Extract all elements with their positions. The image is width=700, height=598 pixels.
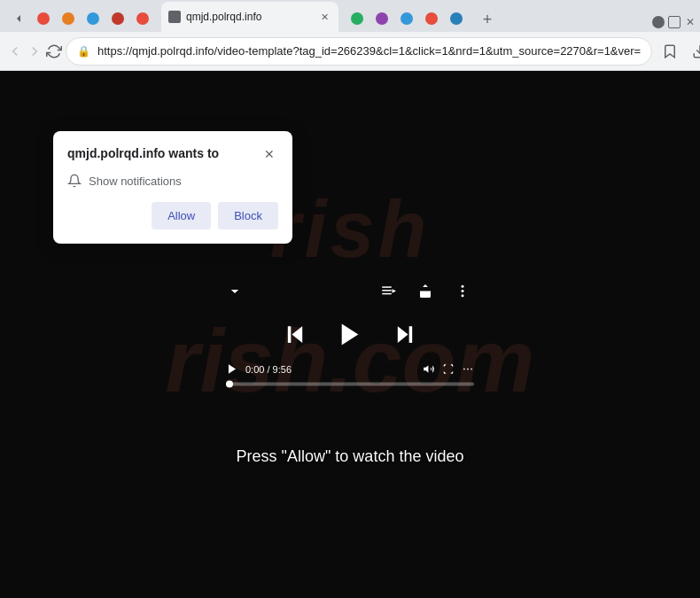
tab-inactive-1[interactable] [7,5,30,32]
svg-point-19 [471,368,472,369]
reload-button[interactable] [46,37,62,66]
svg-rect-15 [409,326,413,343]
notification-popup: qmjd.polrqd.info wants to ✕ Show notific… [53,131,292,244]
tab-bar: qmjd.polrqd.info ✕ + ✕ [0,0,700,32]
svg-rect-12 [288,326,292,343]
watermark-top: rish [269,183,430,275]
bell-icon [67,174,82,188]
tab-inactive-7[interactable] [346,5,369,32]
video-player: 0:00 / 9:56 [226,272,474,385]
tab-inactive-10[interactable] [420,5,443,32]
video-main-controls [226,316,474,352]
svg-point-8 [462,284,464,287]
svg-marker-7 [393,289,397,293]
svg-rect-4 [382,286,392,288]
svg-rect-6 [382,292,392,294]
video-options-button[interactable] [462,362,474,375]
allow-button[interactable]: Allow [152,202,211,229]
popup-option: Show notifications [67,174,278,188]
video-progress-dot [226,380,233,387]
page-content: rish.com rish [0,71,700,598]
svg-marker-11 [292,326,303,343]
toolbar: 🔒 https://qmjd.polrqd.info/video-templat… [0,32,700,71]
video-share-button[interactable] [414,279,437,302]
popup-actions: Allow Block [67,202,278,229]
tab-inactive-2[interactable] [32,5,55,32]
tab-inactive-4[interactable] [82,5,105,32]
popup-header: qmjd.polrqd.info wants to ✕ [67,145,278,163]
close-window-button[interactable]: ✕ [684,16,696,28]
tab-inactive-11[interactable] [445,5,468,32]
tab-title: qmjd.polrqd.info [186,11,312,23]
minimize-button[interactable] [652,16,665,28]
video-next-button[interactable] [389,318,421,350]
video-more-button[interactable] [451,279,474,302]
video-message: Press "Allow" to watch the video [237,447,464,466]
active-tab[interactable]: qmjd.polrqd.info ✕ [161,2,338,32]
forward-button[interactable] [27,37,43,66]
video-playlist-button[interactable] [377,279,400,302]
video-volume-button[interactable] [423,362,435,375]
tab-inactive-5[interactable] [106,5,129,32]
toolbar-right [656,37,700,66]
download-button[interactable] [686,37,700,66]
maximize-button[interactable] [668,16,681,28]
video-prev-button[interactable] [279,318,311,350]
back-button[interactable] [7,37,23,66]
svg-marker-17 [424,365,428,372]
url-text: https://qmjd.polrqd.info/video-template?… [97,44,641,58]
browser-frame: qmjd.polrqd.info ✕ + ✕ [0,0,700,598]
video-time: 0:00 / 9:56 [245,363,292,374]
svg-rect-5 [382,290,392,291]
tab-icon-group [4,5,158,32]
svg-marker-13 [342,323,359,345]
address-bar[interactable]: 🔒 https://qmjd.polrqd.info/video-templat… [66,37,652,66]
svg-point-10 [462,294,464,297]
video-bottom-controls: 0:00 / 9:56 [226,359,474,378]
popup-option-label: Show notifications [89,175,182,188]
video-play-button[interactable] [332,316,368,352]
tab-favicon [168,11,181,23]
svg-point-9 [462,290,464,292]
svg-point-18 [467,368,469,369]
new-tab-button[interactable]: + [475,7,500,32]
video-fullscreen-button[interactable] [442,362,455,375]
lock-icon: 🔒 [77,45,90,58]
tab-close-button[interactable]: ✕ [317,10,331,24]
tab-inactive-3[interactable] [57,5,80,32]
popup-title: qmjd.polrqd.info wants to [67,145,219,161]
block-button[interactable]: Block [218,202,278,229]
popup-close-button[interactable]: ✕ [261,145,278,163]
tab-inactive-6[interactable] [131,5,154,32]
tab-inactive-9[interactable] [395,5,418,32]
tab-inactive-8[interactable] [370,5,393,32]
bookmark-button[interactable] [656,37,684,66]
svg-point-20 [463,368,465,369]
video-collapse-btn[interactable] [226,282,244,299]
video-top-controls [226,272,474,309]
tab-icon-group-right [342,5,471,32]
svg-marker-14 [398,326,408,343]
svg-marker-16 [229,364,236,374]
video-progress-bar[interactable] [226,382,474,385]
video-play-small-button[interactable] [226,362,238,375]
